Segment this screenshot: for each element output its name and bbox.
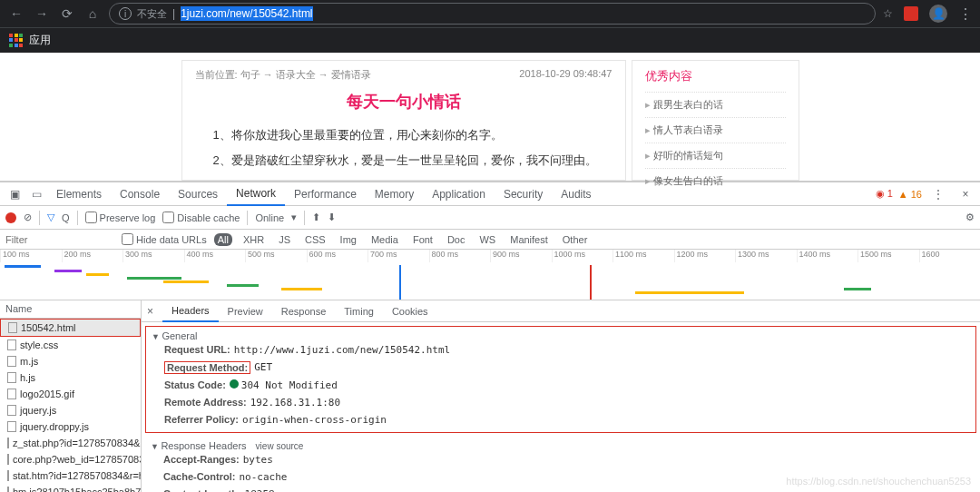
- reload-button[interactable]: ⟳: [58, 6, 76, 21]
- apps-icon[interactable]: [9, 34, 24, 48]
- tab-elements[interactable]: Elements: [47, 182, 111, 206]
- request-item[interactable]: style.css: [0, 337, 141, 353]
- bookmarks-bar: 应用: [0, 27, 980, 53]
- tab-application[interactable]: Application: [423, 182, 495, 206]
- breadcrumb-link[interactable]: 爱情语录: [331, 69, 371, 80]
- request-item[interactable]: z_stat.php?id=1278570834&...: [0, 435, 141, 451]
- request-item[interactable]: 150542.html: [0, 319, 141, 337]
- info-icon[interactable]: i: [119, 7, 132, 20]
- menu-icon[interactable]: ⋮: [958, 5, 973, 23]
- chevron-down-icon[interactable]: ▾: [291, 212, 297, 223]
- clear-icon[interactable]: ⊘: [24, 212, 32, 223]
- filter-ws[interactable]: WS: [475, 233, 499, 246]
- timeline-tick: 300 ms: [122, 250, 184, 262]
- disable-cache-checkbox[interactable]: Disable cache: [162, 212, 240, 223]
- bookmark-star-icon[interactable]: ☆: [883, 7, 893, 20]
- filter-media[interactable]: Media: [368, 233, 402, 246]
- header-value: GET: [254, 361, 272, 374]
- filter-bar: Hide data URLs All XHR JS CSS Img Media …: [0, 230, 980, 250]
- tab-network[interactable]: Network: [227, 182, 285, 206]
- extension-icon[interactable]: [904, 6, 918, 21]
- dots-icon[interactable]: ⋮: [931, 187, 946, 202]
- inspect-icon[interactable]: ▣: [7, 187, 22, 202]
- timeline-tick: 500 ms: [245, 250, 307, 262]
- detail-tab-cookies[interactable]: Cookies: [383, 300, 437, 322]
- header-key: Content-Length:: [163, 488, 241, 492]
- detail-tab-timing[interactable]: Timing: [335, 300, 383, 322]
- filter-font[interactable]: Font: [409, 233, 436, 246]
- request-list-panel: Name 150542.html style.css m.js h.js log…: [0, 300, 142, 492]
- section-header-general[interactable]: General: [152, 330, 970, 341]
- record-button[interactable]: [5, 212, 16, 223]
- request-item[interactable]: stat.htm?id=1278570834&r=h...: [0, 467, 141, 484]
- close-detail-icon[interactable]: ×: [147, 305, 153, 318]
- filter-manifest[interactable]: Manifest: [506, 233, 552, 246]
- file-icon: [8, 322, 17, 333]
- download-icon[interactable]: ⬇: [328, 212, 336, 223]
- request-item[interactable]: jquery.droppy.js: [0, 418, 141, 435]
- filter-toggle-icon[interactable]: ▽: [47, 212, 54, 223]
- hide-data-urls-checkbox[interactable]: Hide data URLs: [122, 233, 207, 245]
- filter-js[interactable]: JS: [275, 233, 294, 246]
- filter-doc[interactable]: Doc: [444, 233, 469, 246]
- tab-performance[interactable]: Performance: [285, 182, 366, 206]
- tab-console[interactable]: Console: [111, 182, 169, 206]
- filter-css[interactable]: CSS: [301, 233, 329, 246]
- warning-badge[interactable]: ▲ 16: [898, 189, 922, 200]
- header-key: Cache-Control:: [163, 471, 235, 483]
- section-header-response[interactable]: Response Headersview source: [151, 440, 971, 451]
- timeline-tick: 600 ms: [307, 250, 368, 262]
- file-icon: [7, 389, 16, 399]
- timeline[interactable]: 100 ms 200 ms 300 ms 400 ms 500 ms 600 m…: [0, 250, 980, 300]
- filter-xhr[interactable]: XHR: [240, 233, 268, 246]
- request-item[interactable]: jquery.js: [0, 402, 141, 418]
- detail-tab-preview[interactable]: Preview: [219, 300, 272, 322]
- column-header-name[interactable]: Name: [0, 300, 141, 319]
- status-dot-icon: [230, 379, 239, 389]
- request-item[interactable]: m.js: [0, 353, 141, 369]
- sidebar-panel: 优秀内容 跟男生表白的话 情人节表白语录 好听的情话短句 像女生告白的话: [632, 60, 799, 181]
- filter-img[interactable]: Img: [337, 233, 360, 246]
- header-key: Referrer Policy:: [164, 414, 239, 426]
- home-button[interactable]: ⌂: [83, 6, 102, 21]
- sidebar-item[interactable]: 情人节表白语录: [645, 117, 786, 143]
- file-icon: [7, 454, 9, 465]
- breadcrumb-link[interactable]: 句子: [240, 69, 260, 80]
- tab-sources[interactable]: Sources: [169, 182, 227, 206]
- timeline-tick: 900 ms: [490, 250, 552, 262]
- view-source-link[interactable]: view source: [256, 441, 304, 451]
- breadcrumb-link[interactable]: 语录大全: [276, 69, 316, 80]
- breadcrumb: 当前位置: 句子 → 语录大全 → 爱情语录 2018-10-29 09:48:…: [195, 68, 612, 82]
- error-badge[interactable]: ◉ 1: [876, 188, 893, 200]
- request-item[interactable]: core.php?web_id=127857083...: [0, 451, 141, 467]
- back-button[interactable]: ←: [7, 6, 25, 21]
- detail-tab-response[interactable]: Response: [272, 300, 336, 322]
- online-select[interactable]: Online: [255, 212, 284, 223]
- tab-audits[interactable]: Audits: [552, 182, 600, 206]
- forward-button[interactable]: →: [33, 6, 51, 21]
- request-item[interactable]: h.js: [0, 369, 141, 386]
- close-icon[interactable]: ×: [958, 187, 973, 202]
- detail-tab-headers[interactable]: Headers: [162, 300, 219, 322]
- request-item[interactable]: hm.js?8107b15bacc25ba8b7f...: [0, 484, 141, 492]
- filter-input[interactable]: [5, 234, 114, 245]
- file-icon: [7, 356, 16, 367]
- settings-gear-icon[interactable]: ⚙: [965, 212, 975, 223]
- header-value: 18258: [245, 488, 275, 492]
- preserve-log-checkbox[interactable]: Preserve log: [85, 212, 156, 223]
- tab-memory[interactable]: Memory: [366, 182, 423, 206]
- filter-other[interactable]: Other: [559, 233, 592, 246]
- timeline-tick: 100 ms: [0, 250, 62, 262]
- header-key: Remote Address:: [164, 397, 247, 408]
- filter-all[interactable]: All: [214, 233, 232, 246]
- profile-icon[interactable]: 👤: [929, 5, 947, 23]
- search-icon[interactable]: Q: [62, 212, 70, 223]
- request-item[interactable]: logo2015.gif: [0, 386, 141, 402]
- url-bar[interactable]: i 不安全 | 1juzi.com/new/150542.html: [109, 3, 876, 25]
- sidebar-item[interactable]: 跟男生表白的话: [645, 92, 786, 117]
- device-toggle-icon[interactable]: ▭: [29, 187, 44, 202]
- tab-security[interactable]: Security: [495, 182, 552, 206]
- upload-icon[interactable]: ⬆: [312, 212, 320, 223]
- sidebar-item[interactable]: 好听的情话短句: [645, 143, 786, 168]
- apps-label[interactable]: 应用: [29, 33, 51, 48]
